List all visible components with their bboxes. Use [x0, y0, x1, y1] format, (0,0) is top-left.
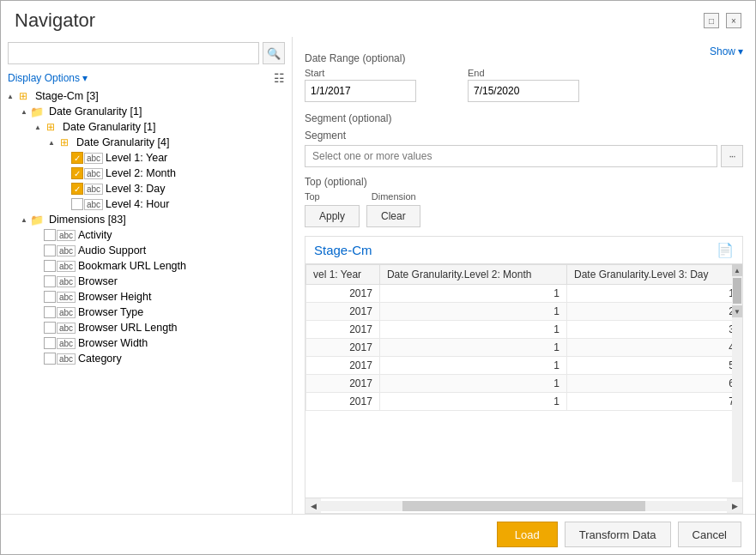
horizontal-scrollbar-row[interactable]: ◀ ▶ [305, 498, 742, 513]
table-cell-3-2: 4 [566, 339, 741, 357]
end-date-input[interactable] [468, 80, 579, 102]
folder-icon: 📁 [30, 214, 44, 226]
search-button[interactable]: 🔍 [263, 42, 285, 64]
tree-checkbox-category[interactable] [44, 353, 56, 365]
tree-label-date-gran-4: Date Granularity [4] [76, 136, 169, 148]
apply-button[interactable]: Apply [305, 205, 360, 227]
tree-toggle-date-gran-1[interactable]: ▲ [18, 106, 30, 118]
show-row[interactable]: Show ▾ [710, 45, 743, 57]
tree-toggle-stage-cm[interactable]: ▲ [4, 90, 16, 102]
tree-item-dimensions[interactable]: ▲📁Dimensions [83] [1, 212, 292, 227]
tree-item-level-month[interactable]: ✓abcLevel 2: Month [1, 166, 292, 181]
cancel-button[interactable]: Cancel [678, 522, 741, 547]
table-cell-5-2: 6 [566, 375, 741, 393]
table-cell-1-1: 1 [379, 303, 566, 321]
table-cell-3-1: 1 [379, 339, 566, 357]
tree-item-stage-cm[interactable]: ▲⊞Stage-Cm [3] [1, 88, 292, 104]
tree-item-date-gran-4[interactable]: ▲⊞Date Granularity [4] [1, 135, 292, 150]
tree-checkbox-browser[interactable] [44, 275, 56, 287]
table-cell-4-0: 2017 [306, 357, 380, 375]
segment-input[interactable] [305, 145, 717, 167]
tree-label-audio-support: Audio Support [78, 244, 146, 256]
table-row-2: 201713 [306, 321, 742, 339]
tree-checkbox-level-month[interactable]: ✓ [71, 167, 83, 179]
tree-item-level-day[interactable]: ✓abcLevel 3: Day [1, 181, 292, 196]
tree-item-audio-support[interactable]: abcAudio Support [1, 243, 292, 258]
tree-item-level-year[interactable]: ✓abcLevel 1: Year [1, 150, 292, 166]
tree-item-browser-height[interactable]: abcBrowser Height [1, 289, 292, 305]
table-cell-0-1: 1 [379, 285, 566, 303]
tree-toggle-date-gran-2[interactable]: ▲ [32, 121, 44, 133]
tree-item-browser[interactable]: abcBrowser [1, 274, 292, 289]
tree-checkbox-level-year[interactable]: ✓ [71, 152, 83, 164]
tree-item-browser-url-length[interactable]: abcBrowser URL Length [1, 320, 292, 335]
start-date-input[interactable] [305, 80, 416, 102]
table-row-3: 201714 [306, 339, 742, 357]
footer: Load Transform Data Cancel [1, 514, 755, 554]
segment-more-button[interactable]: ··· [721, 145, 743, 167]
top-sub-label: Top [305, 191, 320, 202]
tree-checkbox-browser-width[interactable] [44, 337, 56, 349]
restore-button[interactable]: □ [704, 13, 719, 28]
tree-checkbox-browser-height[interactable] [44, 291, 56, 303]
tree-checkbox-activity[interactable] [44, 229, 56, 241]
tree-checkbox-level-day[interactable]: ✓ [71, 183, 83, 195]
table-cell-2-1: 1 [379, 321, 566, 339]
field-icon: abc [57, 353, 76, 365]
tree-item-bookmark-url[interactable]: abcBookmark URL Length [1, 258, 292, 274]
vertical-scrollbar[interactable]: ▲ ▼ [732, 264, 742, 482]
tree-checkbox-level-hour[interactable] [71, 198, 83, 210]
table-row-1: 201712 [306, 303, 742, 321]
navigator-dialog: Navigator □ × 🔍 Display Options ▾ [0, 0, 756, 555]
scroll-up-button[interactable]: ▲ [732, 264, 742, 276]
horizontal-scrollbar-track[interactable] [321, 501, 727, 511]
display-options-button[interactable]: Display Options ▾ [8, 72, 88, 84]
tree-item-browser-width[interactable]: abcBrowser Width [1, 335, 292, 351]
table-body: 2017112017122017132017142017152017162017… [306, 285, 742, 411]
scroll-thumb[interactable] [733, 278, 741, 304]
export-icon: 📄 [717, 243, 734, 257]
display-options-row: Display Options ▾ ☷ [1, 69, 292, 88]
tree-item-level-hour[interactable]: abcLevel 4: Hour [1, 196, 292, 212]
scroll-down-button[interactable]: ▼ [732, 305, 742, 317]
top-section-label: Top (optional) [305, 176, 743, 188]
tree-checkbox-audio-support[interactable] [44, 244, 56, 256]
load-button[interactable]: Load [497, 522, 558, 547]
tree-checkbox-browser-type[interactable] [44, 306, 56, 318]
display-options-arrow: ▾ [82, 72, 88, 84]
preview-export-button[interactable]: 📄 [717, 242, 734, 258]
transform-button[interactable]: Transform Data [565, 522, 671, 547]
tree-toggle-dimensions[interactable]: ▲ [18, 214, 30, 226]
tree-toggle-date-gran-4[interactable]: ▲ [45, 136, 57, 148]
table-row-0: 201711 [306, 285, 742, 303]
tree-checkbox-bookmark-url[interactable] [44, 260, 56, 272]
preview-header: Stage-Cm 📄 [305, 237, 742, 264]
scroll-right-button[interactable]: ▶ [727, 498, 742, 514]
tree-item-activity[interactable]: abcActivity [1, 227, 292, 243]
ellipsis-icon: ··· [729, 150, 735, 162]
tree-checkbox-browser-url-length[interactable] [44, 322, 56, 334]
scroll-left-button[interactable]: ◀ [305, 498, 321, 514]
end-date-group: End [468, 68, 579, 102]
segment-input-row: ··· [305, 145, 743, 167]
horizontal-scrollbar-thumb[interactable] [402, 501, 646, 511]
table-icon: ⊞ [46, 121, 55, 133]
tree-item-date-gran-2[interactable]: ▲⊞Date Granularity [1] [1, 119, 292, 135]
view-toggle-button[interactable]: ☷ [274, 71, 285, 85]
tree-item-browser-type[interactable]: abcBrowser Type [1, 305, 292, 320]
date-range-label: Date Range (optional) [305, 52, 743, 64]
field-icon: abc [57, 323, 76, 334]
search-input[interactable] [8, 42, 259, 64]
close-button[interactable]: × [726, 13, 741, 28]
col-header-2: Date Granularity.Level 3: Day [566, 265, 741, 285]
dialog-title: Navigator [15, 9, 95, 32]
tree-label-level-month: Level 2: Month [106, 167, 176, 179]
main-content: 🔍 Display Options ▾ ☷ ▲⊞Stage-Cm [3]▲📁Da… [1, 37, 755, 514]
tree-item-date-gran-1[interactable]: ▲📁Date Granularity [1] [1, 104, 292, 119]
table-cell-0-2: 1 [566, 285, 741, 303]
clear-button[interactable]: Clear [366, 205, 420, 227]
table-wrapper: vel 1: Year Date Granularity.Level 2: Mo… [305, 264, 742, 498]
field-icon: abc [57, 276, 76, 287]
tree-item-category[interactable]: abcCategory [1, 351, 292, 366]
tree-container[interactable]: ▲⊞Stage-Cm [3]▲📁Date Granularity [1]▲⊞Da… [1, 88, 292, 514]
